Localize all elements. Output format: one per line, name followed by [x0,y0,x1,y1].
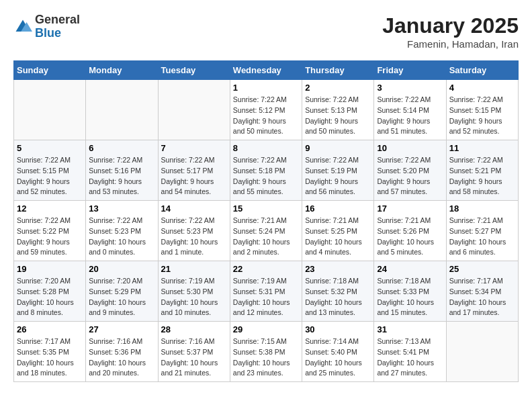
day-detail: Sunrise: 7:22 AMSunset: 5:12 PMDaylight:… [233,95,299,137]
calendar-cell: 15Sunrise: 7:21 AMSunset: 5:24 PMDayligh… [230,201,302,261]
calendar-cell [86,80,158,140]
day-number: 8 [233,143,299,153]
page-title: January 2025 [382,13,519,38]
calendar-cell: 27Sunrise: 7:16 AMSunset: 5:36 PMDayligh… [86,322,158,382]
day-number: 28 [161,324,227,334]
day-detail: Sunrise: 7:15 AMSunset: 5:38 PMDaylight:… [233,336,299,379]
day-number: 16 [305,203,371,214]
header-monday: Monday [86,61,158,80]
calendar-cell [14,80,86,140]
calendar-cell: 19Sunrise: 7:20 AMSunset: 5:28 PMDayligh… [14,261,86,322]
page-header: General Blue January 2025 Famenin, Hamad… [13,13,519,50]
day-number: 20 [89,264,154,274]
day-detail: Sunrise: 7:17 AMSunset: 5:35 PMDaylight:… [17,336,83,379]
day-number: 31 [377,324,443,334]
day-detail: Sunrise: 7:22 AMSunset: 5:18 PMDaylight:… [233,155,299,197]
day-detail: Sunrise: 7:22 AMSunset: 5:22 PMDaylight:… [17,216,83,258]
day-number: 5 [17,143,83,153]
header-thursday: Thursday [302,61,374,80]
week-row-5: 26Sunrise: 7:17 AMSunset: 5:35 PMDayligh… [14,322,519,382]
calendar-cell: 5Sunrise: 7:22 AMSunset: 5:15 PMDaylight… [14,140,86,201]
day-detail: Sunrise: 7:21 AMSunset: 5:26 PMDaylight:… [377,216,443,258]
day-number: 22 [233,264,299,274]
day-number: 10 [377,143,443,153]
day-detail: Sunrise: 7:22 AMSunset: 5:14 PMDaylight:… [377,95,443,137]
calendar-cell: 13Sunrise: 7:22 AMSunset: 5:23 PMDayligh… [86,201,158,261]
calendar-cell: 31Sunrise: 7:13 AMSunset: 5:41 PMDayligh… [374,322,446,382]
day-number: 7 [161,143,227,153]
calendar-cell: 17Sunrise: 7:21 AMSunset: 5:26 PMDayligh… [374,201,446,261]
calendar-cell: 20Sunrise: 7:20 AMSunset: 5:29 PMDayligh… [86,261,158,322]
calendar-cell: 16Sunrise: 7:21 AMSunset: 5:25 PMDayligh… [302,201,374,261]
calendar-cell: 1Sunrise: 7:22 AMSunset: 5:12 PMDaylight… [230,80,302,140]
header-friday: Friday [374,61,446,80]
calendar-cell: 10Sunrise: 7:22 AMSunset: 5:20 PMDayligh… [374,140,446,201]
calendar-cell: 21Sunrise: 7:19 AMSunset: 5:30 PMDayligh… [158,261,230,322]
calendar-cell: 14Sunrise: 7:22 AMSunset: 5:23 PMDayligh… [158,201,230,261]
day-detail: Sunrise: 7:22 AMSunset: 5:23 PMDaylight:… [161,216,227,258]
day-detail: Sunrise: 7:22 AMSunset: 5:13 PMDaylight:… [305,95,371,137]
calendar-cell: 11Sunrise: 7:22 AMSunset: 5:21 PMDayligh… [446,140,518,201]
day-number: 11 [449,143,515,153]
calendar-cell: 12Sunrise: 7:22 AMSunset: 5:22 PMDayligh… [14,201,86,261]
day-detail: Sunrise: 7:19 AMSunset: 5:30 PMDaylight:… [161,276,227,318]
calendar-cell: 9Sunrise: 7:22 AMSunset: 5:19 PMDaylight… [302,140,374,201]
calendar-cell: 22Sunrise: 7:19 AMSunset: 5:31 PMDayligh… [230,261,302,322]
calendar-cell: 7Sunrise: 7:22 AMSunset: 5:17 PMDaylight… [158,140,230,201]
day-number: 12 [17,203,83,214]
logo-text: General Blue [35,13,80,40]
logo-icon [13,17,32,36]
title-block: January 2025 Famenin, Hamadan, Iran [382,13,519,50]
day-number: 29 [233,324,299,334]
day-detail: Sunrise: 7:22 AMSunset: 5:23 PMDaylight:… [89,216,154,258]
calendar-cell: 8Sunrise: 7:22 AMSunset: 5:18 PMDaylight… [230,140,302,201]
day-number: 18 [449,203,515,214]
calendar-cell: 28Sunrise: 7:16 AMSunset: 5:37 PMDayligh… [158,322,230,382]
header-saturday: Saturday [446,61,518,80]
day-detail: Sunrise: 7:22 AMSunset: 5:17 PMDaylight:… [161,155,227,197]
day-number: 24 [377,264,443,274]
day-detail: Sunrise: 7:22 AMSunset: 5:15 PMDaylight:… [17,155,83,197]
day-detail: Sunrise: 7:16 AMSunset: 5:37 PMDaylight:… [161,336,227,379]
calendar-cell [446,322,518,382]
day-detail: Sunrise: 7:21 AMSunset: 5:25 PMDaylight:… [305,216,371,258]
header-sunday: Sunday [14,61,86,80]
day-number: 27 [89,324,154,334]
calendar-cell: 30Sunrise: 7:14 AMSunset: 5:40 PMDayligh… [302,322,374,382]
day-number: 13 [89,203,154,214]
day-number: 26 [17,324,83,334]
day-detail: Sunrise: 7:21 AMSunset: 5:24 PMDaylight:… [233,216,299,258]
day-number: 6 [89,143,154,153]
day-number: 14 [161,203,227,214]
calendar-cell [158,80,230,140]
calendar-table: SundayMondayTuesdayWednesdayThursdayFrid… [13,60,519,382]
calendar-cell: 25Sunrise: 7:17 AMSunset: 5:34 PMDayligh… [446,261,518,322]
day-detail: Sunrise: 7:18 AMSunset: 5:32 PMDaylight:… [305,276,371,318]
day-detail: Sunrise: 7:22 AMSunset: 5:19 PMDaylight:… [305,155,371,197]
day-number: 1 [233,83,299,93]
calendar-cell: 18Sunrise: 7:21 AMSunset: 5:27 PMDayligh… [446,201,518,261]
week-row-4: 19Sunrise: 7:20 AMSunset: 5:28 PMDayligh… [14,261,519,322]
calendar-cell: 29Sunrise: 7:15 AMSunset: 5:38 PMDayligh… [230,322,302,382]
day-detail: Sunrise: 7:17 AMSunset: 5:34 PMDaylight:… [449,276,515,318]
calendar-cell: 24Sunrise: 7:18 AMSunset: 5:33 PMDayligh… [374,261,446,322]
day-number: 3 [377,83,443,93]
day-detail: Sunrise: 7:13 AMSunset: 5:41 PMDaylight:… [377,336,443,379]
day-detail: Sunrise: 7:18 AMSunset: 5:33 PMDaylight:… [377,276,443,318]
calendar-header-row: SundayMondayTuesdayWednesdayThursdayFrid… [14,61,519,80]
calendar-cell: 2Sunrise: 7:22 AMSunset: 5:13 PMDaylight… [302,80,374,140]
day-number: 23 [305,264,371,274]
day-detail: Sunrise: 7:22 AMSunset: 5:16 PMDaylight:… [89,155,154,197]
calendar-cell: 4Sunrise: 7:22 AMSunset: 5:15 PMDaylight… [446,80,518,140]
calendar-cell: 6Sunrise: 7:22 AMSunset: 5:16 PMDaylight… [86,140,158,201]
header-wednesday: Wednesday [230,61,302,80]
week-row-3: 12Sunrise: 7:22 AMSunset: 5:22 PMDayligh… [14,201,519,261]
day-number: 21 [161,264,227,274]
day-detail: Sunrise: 7:21 AMSunset: 5:27 PMDaylight:… [449,216,515,258]
logo: General Blue [13,13,80,40]
calendar-cell: 23Sunrise: 7:18 AMSunset: 5:32 PMDayligh… [302,261,374,322]
day-detail: Sunrise: 7:14 AMSunset: 5:40 PMDaylight:… [305,336,371,379]
day-number: 19 [17,264,83,274]
page-subtitle: Famenin, Hamadan, Iran [382,38,519,50]
day-detail: Sunrise: 7:22 AMSunset: 5:15 PMDaylight:… [449,95,515,137]
